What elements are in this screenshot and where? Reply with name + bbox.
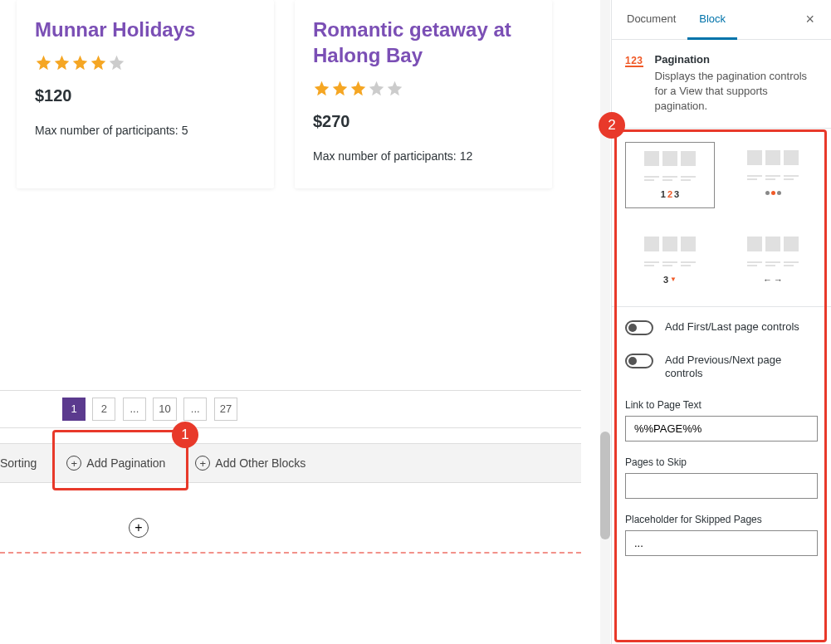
card-price: $120 [35,86,256,105]
block-header: 123 Pagination Displays the pagination c… [612,40,831,129]
star-icon [386,80,403,97]
page-number[interactable]: 2 [92,398,115,421]
star-icon [71,54,89,71]
star-icon [368,80,385,97]
field-label: Pages to Skip [625,456,818,468]
close-icon[interactable]: × [792,11,828,28]
style-thumb [747,150,799,165]
scrollbar-thumb[interactable] [600,432,610,539]
style-thumb-lines [747,261,799,266]
tab-document[interactable]: Document [615,0,687,40]
style-thumb-lines [747,175,799,180]
star-icon [313,80,330,97]
page-number[interactable]: 27 [214,398,237,421]
star-icon [90,54,107,71]
style-thumb [644,151,696,166]
style-option-dropdown[interactable]: 3▼ [625,228,715,293]
star-icon [53,54,71,71]
page-number[interactable]: 10 [153,398,176,421]
arrow-left-icon: ← [763,275,772,285]
style-label: 3▼ [663,275,677,285]
style-thumb-lines [644,176,696,181]
card-price: $270 [313,112,534,131]
add-other-label: Add Other Blocks [215,456,306,470]
page-number[interactable]: 1 [62,398,86,421]
style-variants-panel: 1 2 3 3▼ ← → [612,129,831,307]
style-option-dots[interactable] [728,142,818,208]
style-thumb-lines [644,261,696,266]
toggle-label: Add Previous/Next page controls [665,354,818,382]
add-pagination-label: Add Pagination [86,456,165,470]
sorting-action[interactable]: Sorting [0,456,51,470]
toggle-prev-next[interactable] [625,354,653,368]
card-title[interactable]: Munnar Holidays [35,17,256,42]
field-label: Placeholder for Skipped Pages [625,514,818,525]
card-meta: Max number of participants: 5 [35,122,256,139]
toggle-first-last[interactable] [625,320,653,335]
arrow-right-icon: → [774,275,783,285]
style-option-numbers[interactable]: 1 2 3 [625,142,715,208]
product-card: Munnar Holidays $120 Max number of parti… [17,0,274,188]
add-block-button[interactable]: + [129,518,149,538]
link-to-page-text-input[interactable] [625,416,818,442]
inspector-sidebar: Document Block × 123 Pagination Displays… [611,0,831,644]
plus-icon: + [66,456,81,471]
add-pagination-button[interactable]: + Add Pagination [51,456,180,471]
style-option-arrows[interactable]: ← → [728,228,818,293]
sorting-label: Sorting [0,456,37,470]
settings-panel: Add First/Last page controls Add Previou… [612,307,831,585]
style-thumb [644,237,696,251]
style-label: 1 2 3 [661,189,679,199]
scrollbar-track [600,0,610,644]
pagination-icon: 123 [625,53,643,67]
style-label: ← → [763,275,783,285]
pagination-control: 1 2 ... 10 ... 27 [0,390,581,428]
style-thumb [747,237,799,251]
card-meta: Max number of participants: 12 [313,148,534,165]
rating-stars [35,54,256,71]
star-icon [350,80,367,97]
product-card: Romantic getaway at Halong Bay $270 Max … [295,0,552,188]
star-icon [331,80,349,97]
sidebar-tabs: Document Block × [612,0,831,40]
plus-icon: + [195,456,210,471]
page-ellipsis: ... [123,398,146,421]
block-boundary [0,552,581,554]
page-ellipsis: ... [183,398,207,421]
star-icon [35,54,52,71]
rating-stars [313,80,534,97]
block-description: Displays the pagination controls for a V… [655,69,818,115]
add-other-blocks-button[interactable]: + Add Other Blocks [180,456,320,471]
tab-block[interactable]: Block [687,0,737,40]
pages-to-skip-input[interactable] [625,473,818,499]
card-title[interactable]: Romantic getaway at Halong Bay [313,17,534,68]
style-label [765,188,781,198]
field-label: Link to Page Text [625,399,818,411]
star-icon [108,54,125,71]
block-title: Pagination [655,53,818,66]
toggle-label: Add First/Last page controls [665,320,799,334]
placeholder-skipped-input[interactable] [625,530,818,556]
blocks-toolbar: Sorting + Add Pagination + Add Other Blo… [0,443,581,483]
